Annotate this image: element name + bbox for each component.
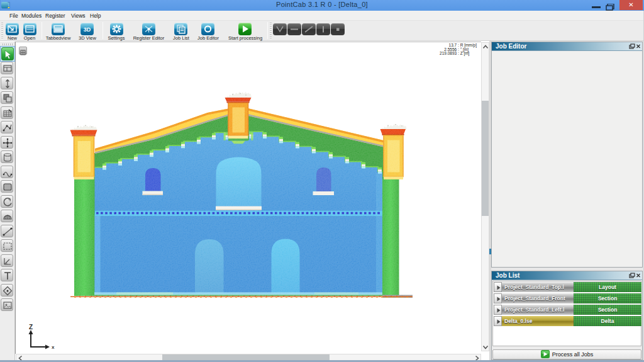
svg-text:x: x [52,344,55,350]
svg-text:Z: Z [29,324,33,331]
svg-text:3D: 3D [84,26,91,33]
